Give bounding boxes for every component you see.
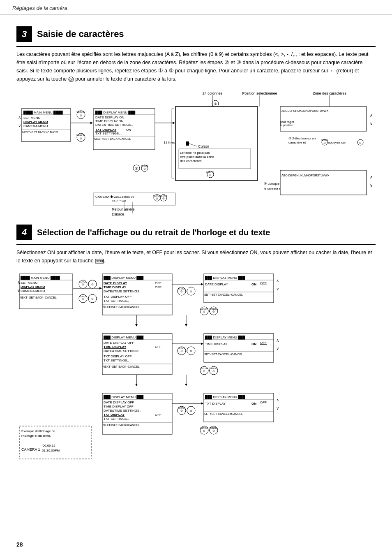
svg-text:ON: ON [251, 402, 256, 405]
svg-text:la position: la position [280, 124, 293, 127]
svg-text:⊙: ⊙ [203, 310, 205, 313]
svg-text:⊙: ⊙ [190, 350, 192, 352]
svg-text:TXT SETTINGS..: TXT SETTINGS.. [104, 299, 129, 303]
svg-text:Le texte ne peut pas: Le texte ne peut pas [180, 151, 210, 155]
svg-text:███ DISPLAY MENU ███: ███ DISPLAY MENU ███ [95, 110, 136, 115]
section4-number: 4 [16, 225, 32, 240]
svg-marker-45 [173, 122, 175, 124]
svg-text:DATE&TIME SETTINGS..: DATE&TIME SETTINGS.. [104, 409, 141, 412]
svg-text:███ DISPLAY MENU ███: ███ DISPLAY MENU ███ [205, 335, 245, 340]
svg-text:pour régler: pour régler [280, 120, 295, 124]
svg-text:DATE DISPLAY: DATE DISPLAY [104, 281, 127, 285]
svg-text:être placé dans la zone: être placé dans la zone [180, 155, 214, 159]
svg-marker-164 [135, 324, 138, 327]
svg-text:CAMERA  ✱: CAMERA ✱ [95, 195, 113, 199]
svg-text:CANCEL: CANCEL [76, 134, 86, 137]
svg-marker-206 [185, 384, 187, 386]
svg-text:ON: ON [126, 128, 131, 132]
svg-text:∧: ∧ [276, 338, 279, 343]
svg-text:TXT SETTINGS...: TXT SETTINGS... [95, 132, 122, 135]
svg-text:∧: ∧ [17, 280, 20, 285]
svg-text:<>-/.:* OK: <>-/.:* OK [112, 199, 127, 203]
svg-text:DISPLAY MENU: DISPLAY MENU [21, 285, 45, 289]
svg-text:caractère et: caractère et [288, 141, 306, 144]
svg-text:OFF: OFF [260, 341, 267, 345]
svg-marker-204 [135, 384, 138, 386]
svg-text:∧: ∧ [370, 175, 373, 179]
svg-text:███ DISPLAY MENU ███: ███ DISPLAY MENU ███ [205, 395, 245, 399]
svg-text:∧: ∧ [18, 115, 21, 120]
svg-text:████ MAIN MENU ████: ████ MAIN MENU ████ [23, 110, 63, 115]
svg-marker-185 [201, 343, 203, 345]
section4-heading: Sélection de l'affichage ou du retrait d… [37, 228, 270, 237]
svg-text:TIME DISPLAY: TIME DISPLAY [104, 285, 127, 289]
svg-text:DATE DISPLAY: DATE DISPLAY [205, 283, 228, 286]
section3-diagram: 24 colonnes Position sélectionnée Zone d… [16, 88, 376, 215]
svg-text:OFF: OFF [155, 281, 161, 285]
svg-text:NEXT=SET  BACK=CANCEL: NEXT=SET BACK=CANCEL [22, 131, 59, 134]
svg-text:Zone des caractères: Zone des caractères [313, 91, 347, 95]
svg-text:DATE DISPLAY        OFF: DATE DISPLAY OFF [104, 341, 134, 345]
page-number: 28 [16, 541, 23, 548]
svg-text:CAMERA MENU: CAMERA MENU [23, 124, 48, 128]
svg-text:⊙: ⊙ [212, 370, 215, 373]
section3-title: 3 Saisie de caractères [16, 26, 376, 42]
svg-text:TXT DISPLAY: TXT DISPLAY [104, 413, 125, 417]
svg-text:⊙: ⊙ [180, 290, 183, 293]
svg-rect-52 [186, 141, 189, 146]
svg-text:███ DISPLAY MENU ███: ███ DISPLAY MENU ███ [104, 395, 144, 399]
svg-text:⑤: ⑤ [135, 167, 138, 171]
svg-text:DATE&TIME SETTINGS..: DATE&TIME SETTINGS.. [95, 123, 133, 127]
svg-text:∨: ∨ [18, 123, 21, 128]
svg-text:NEXT=SET  BACK=CANCEL: NEXT=SET BACK=CANCEL [20, 296, 57, 299]
svg-text:⊙: ⊙ [80, 114, 82, 117]
page-header: Réglages de la caméra [0, 0, 392, 15]
svg-text:TXT DISPLAY        OFF: TXT DISPLAY OFF [104, 295, 132, 299]
svg-text:Exemple d'affichage de: Exemple d'affichage de [21, 429, 55, 433]
svg-text:∧: ∧ [276, 398, 279, 402]
svg-marker-225 [201, 402, 203, 405]
svg-text:YZ0123456789: YZ0123456789 [112, 195, 134, 199]
svg-text:⊙: ⊙ [80, 137, 82, 140]
svg-text:∨: ∨ [276, 287, 279, 291]
svg-text:███ DISPLAY MENU ███: ███ DISPLAY MENU ███ [104, 276, 144, 280]
svg-text:⊙: ⊙ [203, 429, 205, 432]
section4-rule [16, 244, 376, 245]
svg-text:⊙: ⊙ [180, 350, 183, 352]
svg-text:NEXT=SET  BACK=CANCEL: NEXT=SET BACK=CANCEL [103, 424, 140, 426]
svg-text:TIME DISPLAY        ON: TIME DISPLAY ON [95, 119, 124, 123]
svg-text:l'horloge et du texte.: l'horloge et du texte. [21, 434, 51, 438]
diagram3-svg: 24 colonnes Position sélectionnée Zone d… [17, 88, 375, 215]
svg-text:ON: ON [251, 342, 256, 346]
svg-text:SET=SET  CANCEL=CANCEL: SET=SET CANCEL=CANCEL [204, 412, 243, 415]
svg-text:∨: ∨ [17, 288, 20, 293]
svg-text:⊙: ⊙ [212, 429, 215, 432]
svg-text:NEXT=SET  BACK=CANCEL: NEXT=SET BACK=CANCEL [94, 137, 131, 140]
svg-text:⊙: ⊙ [82, 283, 84, 286]
svg-text:ABO DEFGHIJKLMNOPORSTUVWX: ABO DEFGHIJKLMNOPORSTUVWX [281, 174, 330, 177]
svg-text:DISPLAY MENU: DISPLAY MENU [23, 120, 48, 124]
svg-text:⊙: ⊙ [143, 167, 146, 170]
svg-text:TXT DISPLAY        OFF: TXT DISPLAY OFF [104, 354, 132, 358]
svg-text:ON SCREEN: ON SCREEN [95, 260, 104, 263]
svg-text:⊙: ⊙ [212, 310, 215, 313]
svg-text:∨: ∨ [276, 346, 279, 351]
svg-text:OFF: OFF [155, 285, 161, 289]
svg-text:Retour arrière: Retour arrière [112, 207, 135, 211]
svg-text:SET MENU: SET MENU [23, 116, 40, 120]
svg-text:NEXT=SET  BACK=CANCEL: NEXT=SET BACK=CANCEL [103, 365, 140, 368]
svg-text:TIME DISPLAY        OFF: TIME DISPLAY OFF [104, 405, 134, 408]
svg-text:①: ① [214, 102, 217, 106]
svg-text:TXT DISPLAY: TXT DISPLAY [205, 402, 226, 405]
svg-text:TIME DISPLAY: TIME DISPLAY [205, 342, 228, 346]
svg-text:⊙: ⊙ [91, 283, 94, 286]
diagram4-svg: ████ MAIN MENU ████ SET MENU DISPLAY MEN… [17, 270, 375, 475]
svg-text:⊙: ⊙ [180, 409, 183, 412]
svg-text:⊙: ⊙ [91, 297, 94, 300]
section3-text: Les caractères pouvant être spécifiés so… [16, 50, 376, 83]
svg-text:⊙: ⊙ [203, 370, 205, 373]
svg-text:SET/OK: SET/OK [76, 111, 85, 114]
svg-text:OFF: OFF [260, 281, 267, 285]
svg-text:TXT DISPLAY: TXT DISPLAY [95, 128, 117, 132]
section3-rule [16, 46, 376, 47]
